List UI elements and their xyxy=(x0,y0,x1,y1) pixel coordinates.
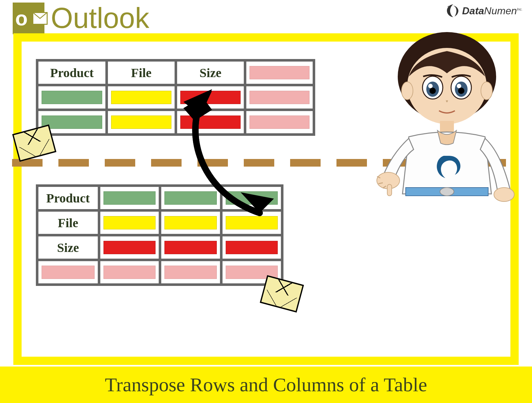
pink-block xyxy=(42,266,95,279)
row-header-blank xyxy=(37,260,99,285)
envelope-icon xyxy=(12,124,56,162)
svg-point-8 xyxy=(402,82,413,100)
datanumen-inc: Inc. xyxy=(517,7,522,11)
svg-point-16 xyxy=(428,84,433,88)
outlook-envelope-icon xyxy=(32,12,48,25)
yellow-block xyxy=(111,91,171,104)
cell xyxy=(160,260,221,285)
row-header-size: Size xyxy=(37,235,99,260)
dash xyxy=(336,159,367,167)
cell xyxy=(99,260,160,285)
caption-text: Transpose Rows and Columns of a Table xyxy=(105,373,427,396)
cell xyxy=(37,85,107,110)
diagram-area: Product File Size xyxy=(22,42,510,357)
datanumen-logo: DataNumenInc. xyxy=(446,4,522,18)
svg-point-15 xyxy=(458,88,464,94)
main-frame: Product File Size xyxy=(13,33,519,365)
svg-point-17 xyxy=(457,84,461,88)
row-header-product: Product xyxy=(37,186,99,210)
cell xyxy=(221,235,283,260)
dash xyxy=(105,159,135,167)
svg-point-22 xyxy=(494,188,514,202)
svg-rect-23 xyxy=(387,184,392,196)
pink-block xyxy=(103,266,156,279)
outlook-o-letter: o xyxy=(15,7,28,30)
outlook-wordmark: Outlook xyxy=(51,2,149,35)
dash xyxy=(12,159,43,167)
green-block xyxy=(42,116,102,129)
datanumen-data: Data xyxy=(462,5,484,17)
svg-point-9 xyxy=(481,82,492,100)
table-row xyxy=(37,260,282,285)
transpose-arrow-icon xyxy=(164,80,323,238)
svg-point-14 xyxy=(429,88,436,94)
cell xyxy=(99,235,160,260)
green-block xyxy=(42,91,102,104)
character-illustration xyxy=(371,29,523,207)
svg-rect-18 xyxy=(440,121,454,132)
green-block xyxy=(103,191,156,205)
envelope-icon xyxy=(260,275,304,313)
datanumen-swoosh-icon xyxy=(446,4,460,18)
outlook-icon: o xyxy=(13,3,44,34)
outlook-logo: o Outlook xyxy=(13,2,149,35)
red-block xyxy=(103,241,156,254)
datanumen-text: DataNumenInc. xyxy=(462,5,522,17)
cell xyxy=(99,210,160,235)
yellow-block xyxy=(111,116,171,129)
dash xyxy=(58,159,89,167)
red-block xyxy=(226,241,278,254)
yellow-block xyxy=(103,216,156,229)
red-block xyxy=(164,241,216,254)
table-row: Size xyxy=(37,235,282,260)
col-header-product: Product xyxy=(37,60,107,85)
caption-bar: Transpose Rows and Columns of a Table xyxy=(0,367,532,403)
cell xyxy=(99,186,160,210)
cell xyxy=(160,235,221,260)
svg-point-20 xyxy=(440,188,454,196)
datanumen-numen: Numen xyxy=(484,5,517,17)
row-header-file: File xyxy=(37,210,99,235)
pink-block xyxy=(164,266,216,279)
pink-block xyxy=(249,66,309,79)
